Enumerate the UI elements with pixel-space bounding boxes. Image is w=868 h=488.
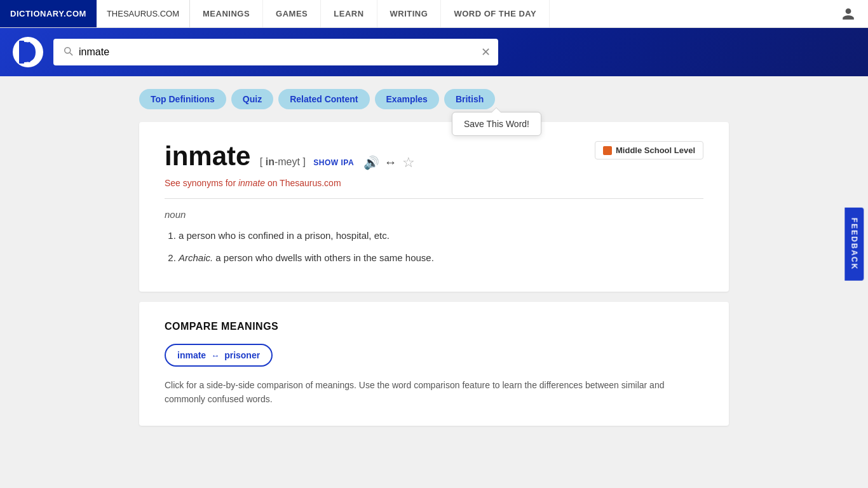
nav-writing[interactable]: WRITING bbox=[377, 0, 442, 27]
brand-thesaurus[interactable]: THESAURUS.COM bbox=[97, 0, 190, 27]
user-icon bbox=[841, 7, 855, 21]
level-badge-text: Middle School Level bbox=[616, 146, 695, 155]
compare-description: Click for a side-by-side comparison of m… bbox=[165, 378, 703, 407]
save-word-tooltip: Save This Word! bbox=[452, 112, 541, 136]
main-content: Top Definitions Quiz Related Content Exa… bbox=[129, 76, 739, 438]
word-header: inmate [ in-meyt ] SHOW IPA 🔊 ↔ ☆ See sy… bbox=[165, 141, 703, 188]
pill-quiz[interactable]: Quiz bbox=[231, 89, 273, 109]
user-account-button[interactable] bbox=[829, 0, 868, 27]
pronunciation-bracket-open: [ bbox=[260, 156, 266, 167]
compare-word2: prisoner bbox=[224, 350, 260, 360]
definition-text-2: a person who dwells with others in the s… bbox=[215, 252, 434, 263]
top-nav: DICTIONARY.COM THESAURUS.COM MEANINGS GA… bbox=[0, 0, 868, 28]
word-actions: 🔊 ↔ ☆ bbox=[363, 154, 415, 171]
pronunciation: [ in-meyt ] bbox=[260, 156, 308, 167]
tooltip-box: Save This Word! bbox=[452, 112, 541, 136]
pill-top-definitions[interactable]: Top Definitions bbox=[139, 89, 226, 109]
word-header-left: inmate [ in-meyt ] SHOW IPA 🔊 ↔ ☆ See sy… bbox=[165, 141, 415, 188]
synonyms-suffix: on Thesaurus.com bbox=[268, 178, 341, 188]
level-badge: Middle School Level bbox=[595, 141, 703, 159]
search-clear-button[interactable]: ✕ bbox=[481, 45, 491, 59]
nav-games[interactable]: GAMES bbox=[263, 0, 321, 27]
nav-word-of-day[interactable]: WORD OF THE DAY bbox=[441, 0, 550, 27]
show-ipa-button[interactable]: SHOW IPA bbox=[313, 158, 354, 167]
definition-text-1: a person who is confined in a prison, ho… bbox=[179, 230, 390, 241]
nav-links: MEANINGS GAMES LEARN WRITING WORD OF THE… bbox=[190, 0, 829, 27]
feedback-tab[interactable]: FEEDBACK bbox=[845, 208, 864, 281]
definition-list: a person who is confined in a prison, ho… bbox=[165, 229, 703, 265]
pill-related-content[interactable]: Related Content bbox=[278, 89, 369, 109]
nav-meanings[interactable]: MEANINGS bbox=[190, 0, 263, 27]
synonyms-word-link[interactable]: inmate bbox=[238, 178, 265, 188]
definition-card: inmate [ in-meyt ] SHOW IPA 🔊 ↔ ☆ See sy… bbox=[139, 122, 729, 292]
compare-title: COMPARE MEANINGS bbox=[165, 321, 703, 332]
divider bbox=[165, 198, 703, 199]
site-logo bbox=[13, 37, 43, 67]
logo-d-icon bbox=[19, 41, 37, 64]
definition-archaic-label: Archaic. bbox=[179, 252, 213, 263]
svg-rect-0 bbox=[19, 41, 24, 64]
arrows-icon[interactable]: ↔ bbox=[384, 155, 397, 170]
search-field-wrap: ✕ bbox=[53, 39, 498, 65]
search-icon bbox=[62, 45, 74, 59]
compare-button[interactable]: inmate ↔ prisoner bbox=[165, 344, 273, 367]
pill-british[interactable]: British bbox=[444, 89, 495, 109]
part-of-speech: noun bbox=[165, 209, 703, 220]
tooltip-text: Save This Word! bbox=[464, 119, 529, 129]
pronunciation-close: -meyt ] bbox=[275, 156, 306, 167]
search-bar: ✕ bbox=[0, 28, 868, 76]
definition-item-2: Archaic. a person who dwells with others… bbox=[179, 251, 703, 266]
compare-arrows-icon: ↔ bbox=[211, 351, 219, 360]
definition-item-1: a person who is confined in a prison, ho… bbox=[179, 229, 703, 243]
synonyms-link: See synonyms for inmate on Thesaurus.com bbox=[165, 178, 415, 188]
brand-dictionary[interactable]: DICTIONARY.COM bbox=[0, 0, 97, 27]
synonyms-text: See synonyms for bbox=[165, 178, 236, 188]
word-title: inmate bbox=[165, 141, 250, 171]
nav-learn[interactable]: LEARN bbox=[321, 0, 377, 27]
level-badge-color bbox=[603, 146, 612, 155]
compare-word1: inmate bbox=[177, 350, 206, 360]
pill-examples[interactable]: Examples bbox=[375, 89, 439, 109]
pronunciation-stressed: in bbox=[266, 156, 275, 167]
search-input[interactable] bbox=[53, 39, 498, 65]
pills-row: Top Definitions Quiz Related Content Exa… bbox=[139, 89, 729, 109]
save-word-star-icon[interactable]: ☆ bbox=[402, 154, 415, 171]
speaker-icon[interactable]: 🔊 bbox=[363, 155, 379, 170]
compare-meanings-card: COMPARE MEANINGS inmate ↔ prisoner Click… bbox=[139, 302, 729, 426]
